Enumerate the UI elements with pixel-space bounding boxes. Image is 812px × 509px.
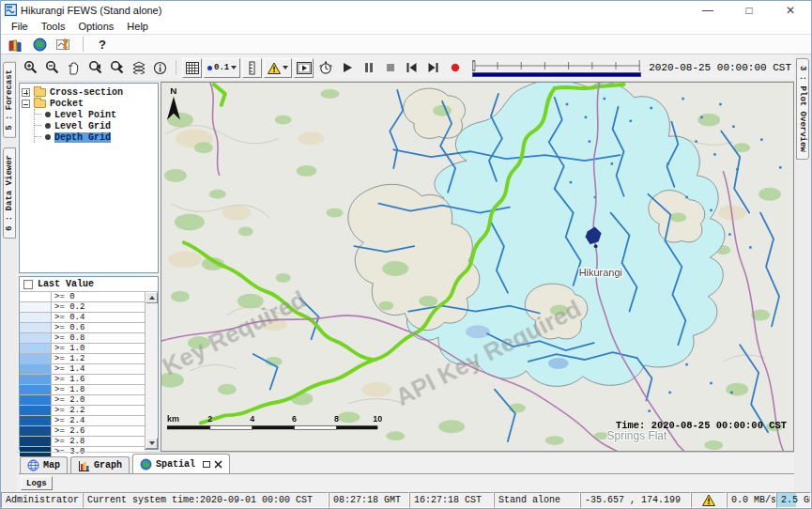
- legend-label: >= 2.0: [52, 395, 145, 405]
- status-bar: Administrator Current system time:2020-0…: [1, 492, 811, 508]
- tab-data-viewer[interactable]: 6 : Data Viewer: [3, 147, 16, 239]
- stop-icon[interactable]: [380, 58, 400, 78]
- legend-row[interactable]: >= 2.6: [20, 426, 145, 437]
- legend-row[interactable]: >= 0.6: [20, 323, 145, 333]
- lake: [548, 358, 569, 369]
- tree-node-depth-grid[interactable]: Depth Grid: [35, 131, 156, 143]
- legend-scrollbar[interactable]: [146, 292, 158, 449]
- tree-node-label[interactable]: Level Grid: [54, 121, 111, 131]
- tab-plot-overview[interactable]: 3 : Plot Overview: [796, 58, 809, 160]
- legend-row[interactable]: >= 0.2: [20, 302, 145, 313]
- close-tab-icon[interactable]: [214, 460, 222, 469]
- tab-map[interactable]: Map: [20, 456, 68, 473]
- legend-row[interactable]: >= 1.6: [20, 375, 145, 385]
- legend-row[interactable]: >= 2.8: [20, 437, 145, 447]
- map-canvas[interactable]: API Key Required API Key Required Hikura…: [161, 83, 793, 451]
- info-icon[interactable]: [150, 58, 170, 78]
- filter-tree: Cross-section Pocket Level Point: [19, 83, 159, 273]
- status-system-time: Current system time:2020-09-01 00:00 CST: [83, 492, 329, 508]
- svg-text:10: 10: [373, 414, 382, 424]
- time-slider-handle[interactable]: [473, 61, 475, 70]
- map-display-icon[interactable]: [30, 36, 49, 53]
- tree-node-level-grid[interactable]: Level Grid: [35, 120, 156, 131]
- scroll-track[interactable]: [146, 303, 158, 438]
- legend-list: >= 0>= 0.2>= 0.4>= 0.6>= 0.8>= 1.0>= 1.2…: [20, 292, 146, 449]
- pan-icon[interactable]: [64, 58, 84, 78]
- tab-graph[interactable]: Graph: [70, 456, 130, 473]
- menu-help[interactable]: Help: [120, 21, 155, 32]
- logs-button[interactable]: Logs: [21, 476, 53, 490]
- legend-row[interactable]: >= 1.0: [20, 344, 145, 354]
- expand-icon[interactable]: [22, 88, 30, 97]
- legend-row[interactable]: >= 1.8: [20, 385, 145, 395]
- tree-node-label[interactable]: Cross-section: [50, 87, 123, 98]
- legend-row[interactable]: >= 0.8: [20, 333, 145, 344]
- tree-node-level-point[interactable]: Level Point: [35, 109, 156, 120]
- menu-file[interactable]: File: [5, 21, 35, 32]
- scroll-up-icon[interactable]: [146, 292, 158, 303]
- minimize-button[interactable]: —: [687, 1, 728, 19]
- legend-row[interactable]: >= 2.2: [20, 406, 145, 416]
- last-value-label: Last Value: [38, 279, 94, 289]
- legend-row[interactable]: >= 0: [20, 292, 145, 302]
- earth-globe-icon: [140, 458, 152, 470]
- help-icon[interactable]: ?: [93, 36, 112, 53]
- legend-row[interactable]: >= 2.4: [20, 416, 145, 426]
- menu-tools[interactable]: Tools: [35, 21, 72, 32]
- warning-icon: [702, 494, 715, 506]
- zoom-out-icon[interactable]: [42, 58, 62, 78]
- collapse-icon[interactable]: [22, 100, 30, 108]
- bottom-bar: Map Graph Spatial Logs: [17, 452, 794, 492]
- threshold-dot-icon: [207, 66, 212, 70]
- maximize-button[interactable]: □: [728, 1, 770, 19]
- record-icon[interactable]: [445, 58, 465, 78]
- legend-row[interactable]: >= 1.4: [20, 364, 145, 375]
- last-value-checkbox[interactable]: [23, 280, 33, 289]
- first-frame-icon[interactable]: [402, 58, 421, 78]
- legend-label: >= 2.2: [52, 406, 145, 415]
- last-frame-icon[interactable]: [423, 58, 443, 78]
- legend-row[interactable]: >= 1.2: [20, 354, 145, 364]
- tree-node-pocket[interactable]: Pocket: [22, 98, 156, 109]
- scalebar-icon[interactable]: [242, 58, 262, 78]
- animation-icon[interactable]: [294, 58, 314, 78]
- legend-label: >= 2.8: [52, 437, 145, 446]
- legend-swatch: [20, 437, 52, 446]
- area-label: Springs Flat: [607, 429, 667, 442]
- warning-dropdown[interactable]: [264, 58, 292, 78]
- threshold-dropdown[interactable]: 0.1: [204, 58, 240, 78]
- tab-spatial[interactable]: Spatial: [132, 454, 230, 473]
- map-view[interactable]: API Key Required API Key Required Hikura…: [161, 82, 794, 452]
- zoom-in-icon[interactable]: [21, 58, 40, 78]
- tab-forecast[interactable]: 5 : Forecast: [3, 62, 16, 138]
- side-panel: Cross-section Pocket Level Point: [17, 82, 161, 452]
- legend-swatch: [20, 323, 52, 332]
- logs-browser-icon[interactable]: [6, 36, 24, 53]
- legend-row[interactable]: >= 0.4: [20, 313, 145, 323]
- scroll-down-icon[interactable]: [146, 438, 158, 449]
- grid-icon[interactable]: [182, 58, 202, 78]
- tree-node-cross-section[interactable]: Cross-section: [22, 86, 156, 98]
- tree-node-label[interactable]: Level Point: [54, 110, 116, 120]
- lake: [466, 325, 490, 338]
- timeseries-display-icon[interactable]: [54, 36, 73, 53]
- status-warning[interactable]: [691, 492, 727, 508]
- status-memory: 2.5 GB: [776, 492, 811, 508]
- layers-icon[interactable]: [129, 58, 148, 78]
- restore-pane-icon[interactable]: [203, 461, 210, 468]
- play-icon[interactable]: [337, 58, 357, 78]
- zoom-next-icon[interactable]: [107, 58, 127, 78]
- zoom-previous-icon[interactable]: [85, 58, 105, 78]
- legend-label: >= 0.6: [52, 323, 145, 332]
- close-button[interactable]: ✕: [770, 1, 811, 19]
- menu-options[interactable]: Options: [71, 21, 120, 32]
- tree-node-label[interactable]: Depth Grid: [54, 132, 111, 143]
- time-slider-track[interactable]: [472, 59, 641, 71]
- legend-label: >= 2.4: [52, 416, 145, 425]
- right-tab-strip: 3 : Plot Overview: [794, 54, 811, 492]
- time-slider[interactable]: [472, 59, 641, 77]
- stopwatch-icon[interactable]: [315, 58, 335, 78]
- tree-node-label[interactable]: Pocket: [50, 99, 84, 109]
- legend-row[interactable]: >= 2.0: [20, 395, 145, 406]
- pause-icon[interactable]: [359, 58, 378, 78]
